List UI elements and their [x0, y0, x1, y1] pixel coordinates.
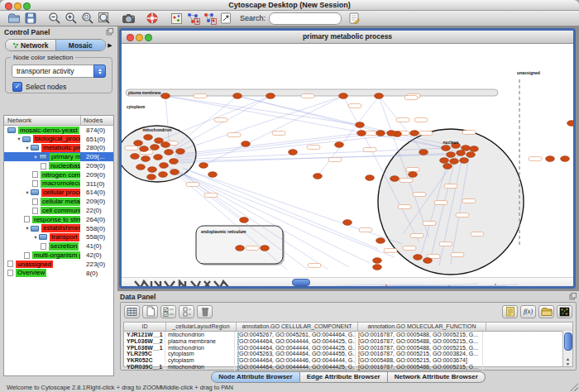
tree-node-label[interactable]: establishment of lo — [41, 224, 80, 232]
network-node[interactable] — [376, 238, 385, 244]
network-node[interactable] — [409, 172, 418, 178]
network-node[interactable] — [289, 150, 298, 155]
tree-node-label[interactable]: primary metabo — [50, 153, 80, 161]
tree-node-label[interactable]: macromolecule — [41, 179, 80, 188]
network-canvas[interactable]: plasma membranecytoplasmmitochondrionnuc… — [122, 44, 573, 277]
tree-node-label[interactable]: cellular process — [41, 189, 80, 197]
tree-node-label[interactable]: transport — [50, 233, 79, 241]
matrix-view-button[interactable] — [557, 305, 572, 318]
network-node[interactable] — [366, 175, 375, 181]
network-node[interactable] — [390, 176, 400, 182]
network-node[interactable] — [375, 93, 384, 99]
network-node[interactable] — [151, 145, 160, 151]
tree-row[interactable]: unassigned223(0) — [4, 260, 113, 269]
node-color-combo[interactable]: transporter activity — [12, 65, 106, 78]
select-nodes-checkbox[interactable]: ✓ — [12, 82, 22, 92]
delete-attribute-button[interactable] — [197, 305, 213, 318]
vertical-scrollbar-thumb[interactable] — [564, 332, 572, 351]
tree-node-label[interactable]: mosaic-demo-yeast — [18, 127, 79, 135]
network-node[interactable] — [155, 138, 164, 144]
tree-node-label[interactable]: response to stimulu — [32, 216, 80, 224]
tree-node-label[interactable]: biological_process — [33, 135, 80, 143]
network-node[interactable] — [313, 174, 323, 179]
network-node[interactable] — [419, 150, 428, 155]
network-node[interactable] — [443, 164, 452, 170]
tree-row[interactable]: ▼biological_process651(0) — [4, 135, 113, 144]
expand-arrow-icon[interactable]: ▼ — [24, 146, 31, 151]
network-node[interactable] — [387, 131, 396, 136]
tab-mosaic[interactable]: Mosaic — [55, 40, 106, 50]
table-row[interactable]: YJR121W__1mitochondrion[GO:0045267, GO:0… — [124, 332, 572, 338]
zoom-fit-content-button[interactable] — [97, 12, 112, 26]
tab-overflow-arrow[interactable]: ▶ — [106, 42, 114, 49]
network-node[interactable] — [136, 165, 146, 170]
tree-node-label[interactable]: cell communicat — [41, 207, 80, 215]
search-input[interactable]: ▼ — [269, 12, 342, 25]
network-node[interactable] — [170, 159, 179, 165]
table-row[interactable]: YPL036W__1mitochondrion[GO:0044464, GO:0… — [124, 345, 572, 351]
tree-node-label[interactable]: cellular metabo — [41, 198, 80, 206]
float-panel-icon[interactable] — [106, 28, 113, 36]
network-node[interactable] — [141, 156, 151, 162]
tree-node-label[interactable]: unassigned — [16, 261, 53, 269]
tree-row[interactable]: multi-organism pro42(0) — [4, 251, 113, 260]
tree-row[interactable]: nucleobase-209(0) — [4, 161, 113, 170]
zoom-in-button[interactable] — [64, 12, 79, 26]
network-node[interactable] — [470, 146, 479, 152]
layout-tool-a-button[interactable] — [185, 12, 200, 26]
tree-row[interactable]: ▼transport558(0) — [4, 233, 113, 242]
attribute-notes-button[interactable] — [502, 305, 518, 318]
import-attributes-button[interactable] — [538, 305, 554, 318]
column-header-id[interactable]: ID — [124, 323, 166, 331]
network-node[interactable] — [236, 246, 245, 251]
tab-node-attribute-browser[interactable]: Node Attribute Browser — [211, 371, 300, 383]
network-node[interactable] — [339, 93, 348, 99]
network-node[interactable] — [147, 174, 156, 180]
network-node[interactable] — [343, 220, 352, 226]
tree-row[interactable]: ▼primary metabo209(... — [4, 152, 113, 161]
network-node[interactable] — [266, 93, 275, 99]
network-node[interactable] — [440, 158, 449, 164]
network-node[interactable] — [410, 131, 419, 136]
network-node[interactable] — [414, 255, 423, 261]
network-node[interactable] — [261, 246, 270, 251]
tree-node-label[interactable]: multi-organism pro — [32, 251, 80, 260]
attribute-formula-button[interactable]: f(x) — [520, 305, 536, 318]
network-node[interactable] — [376, 131, 385, 136]
help-button[interactable] — [145, 12, 160, 26]
tree-row[interactable]: macromolecule311(0) — [4, 179, 113, 189]
expand-arrow-icon[interactable]: ▼ — [24, 190, 31, 195]
tab-edge-attribute-browser[interactable]: Edge Attribute Browser — [300, 371, 388, 383]
tab-network-attribute-browser[interactable]: Network Attribute Browser — [388, 371, 486, 383]
network-node[interactable] — [134, 141, 143, 146]
select-attributes-button[interactable] — [160, 305, 176, 318]
network-node[interactable] — [161, 93, 170, 99]
annotation-button[interactable] — [218, 12, 233, 26]
network-node[interactable] — [561, 156, 570, 162]
horizontal-scrollbar-thumb[interactable] — [292, 279, 310, 286]
network-node[interactable] — [170, 170, 179, 175]
save-session-button[interactable] — [23, 12, 38, 26]
table-row[interactable]: YLR295Ccytoplasm[GO:0045263, GO:0044464,… — [124, 351, 572, 357]
tree-row[interactable]: mosaic-demo-yeast874(0) — [4, 126, 113, 135]
network-node[interactable] — [335, 142, 344, 148]
network-node[interactable] — [159, 172, 168, 178]
tab-network[interactable]: Network — [6, 40, 55, 50]
table-row[interactable]: YPL036W__2plasma membrane[GO:0044464, GO… — [124, 338, 572, 345]
network-node[interactable] — [140, 146, 149, 152]
network-node[interactable] — [176, 149, 185, 155]
network-node[interactable] — [442, 146, 451, 151]
tree-node-label[interactable]: nitrogen compo — [41, 171, 80, 179]
column-header-cellular-component[interactable]: annotation.GO CELLULAR_COMPONENT — [237, 323, 358, 331]
attribute-grid-button[interactable] — [124, 305, 140, 318]
tree-row[interactable]: cellular metabo209(0) — [4, 197, 113, 206]
network-node[interactable] — [208, 172, 218, 178]
network-node[interactable] — [199, 163, 208, 169]
tree-node-label[interactable]: metabolic process — [41, 144, 80, 152]
network-view-window[interactable]: primary metabolic process plasma membran… — [119, 28, 576, 289]
network-node[interactable] — [546, 156, 555, 162]
network-node[interactable] — [450, 159, 459, 165]
network-node[interactable] — [357, 131, 366, 136]
zoom-out-button[interactable] — [47, 12, 62, 26]
tree-row[interactable]: cell communicat22(0) — [4, 206, 113, 215]
